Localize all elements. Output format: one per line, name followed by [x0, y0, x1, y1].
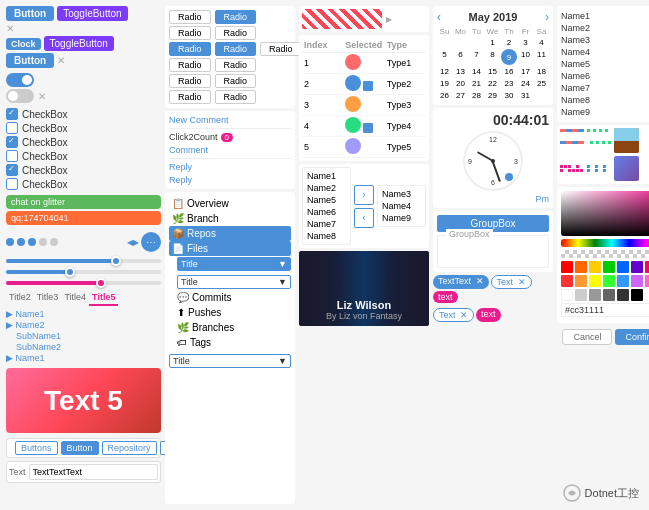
toolbar-btn-button[interactable]: Button: [61, 441, 99, 455]
tab-title2[interactable]: Title3: [34, 290, 62, 306]
cal-day-24[interactable]: 24: [518, 78, 533, 89]
tab-title1[interactable]: Title2: [6, 290, 34, 306]
swatch-orange[interactable]: [575, 261, 587, 273]
cal-day-8[interactable]: 8: [485, 49, 500, 65]
cal-day-26[interactable]: 26: [437, 90, 452, 101]
tag-text-outline[interactable]: Text ✕: [491, 275, 532, 289]
nav-tags[interactable]: 🏷 Tags: [169, 335, 291, 350]
cal-day-17[interactable]: 17: [518, 66, 533, 77]
swatch-purple2[interactable]: [631, 275, 643, 287]
toolbar-btn-buttons[interactable]: Buttons: [15, 441, 58, 455]
transfer-item-name7[interactable]: Name7: [305, 218, 348, 230]
new-comment-link[interactable]: New Comment: [169, 115, 291, 125]
swatch-white[interactable]: [561, 289, 573, 301]
cal-day-22[interactable]: 22: [485, 78, 500, 89]
swatch-gray2[interactable]: [589, 289, 601, 301]
dropdown-2[interactable]: Title ▼: [177, 275, 291, 289]
cal-day-5[interactable]: 5: [437, 49, 452, 65]
dot-4[interactable]: [39, 238, 47, 246]
radio-btn-2b[interactable]: Radio: [215, 26, 257, 40]
checkbox-1[interactable]: [6, 108, 18, 120]
cal-day-25[interactable]: 25: [534, 78, 549, 89]
cal-day-6[interactable]: 6: [453, 49, 468, 65]
checkbox-6[interactable]: [6, 178, 18, 190]
transfer-right-btn[interactable]: ›: [354, 185, 374, 205]
cal-day-10[interactable]: 10: [518, 49, 533, 65]
cal-day-14[interactable]: 14: [469, 66, 484, 77]
radio-btn-5b[interactable]: Radio: [215, 74, 257, 88]
transfer-item-name6[interactable]: Name6: [305, 206, 348, 218]
tag-texttext-close[interactable]: ✕: [476, 276, 484, 286]
transfer-item-name4[interactable]: Name4: [380, 200, 423, 212]
cal-day-23[interactable]: 23: [501, 78, 517, 89]
nav-branches[interactable]: 🌿 Branches: [169, 320, 291, 335]
swatch-green[interactable]: [603, 261, 615, 273]
tag-text2-close[interactable]: ✕: [460, 310, 468, 320]
cal-day-18[interactable]: 18: [534, 66, 549, 77]
name-item-3[interactable]: ▶ Name1: [6, 353, 161, 363]
radio-btn-6a[interactable]: Radio: [169, 90, 211, 104]
swatch-pink[interactable]: [645, 261, 649, 273]
cancel-button[interactable]: Cancel: [562, 329, 612, 345]
subname-item-2[interactable]: SubName2: [6, 342, 161, 352]
color-hue-slider[interactable]: [561, 239, 649, 247]
slider-3[interactable]: [6, 281, 161, 285]
radio-btn-3b[interactable]: Radio: [215, 42, 257, 56]
radio-btn-2a[interactable]: Radio: [169, 26, 211, 40]
button-primary[interactable]: Button: [6, 6, 54, 21]
swatch-gray3[interactable]: [603, 289, 615, 301]
radio-btn-4b[interactable]: Radio: [215, 58, 257, 72]
cal-day-19[interactable]: 19: [437, 78, 452, 89]
transfer-item-name3[interactable]: Name3: [380, 188, 423, 200]
cal-day-2[interactable]: 2: [501, 37, 517, 48]
slider-1[interactable]: [6, 259, 161, 263]
dot-3[interactable]: [28, 238, 36, 246]
confirm-button[interactable]: Confirm: [615, 329, 649, 345]
dot-1[interactable]: [6, 238, 14, 246]
swatch-purple[interactable]: [631, 261, 643, 273]
tag-text-2[interactable]: Text ✕: [433, 308, 474, 322]
radio-btn-3a[interactable]: Radio: [169, 42, 211, 56]
tab-title5-active[interactable]: Title5: [89, 290, 118, 306]
calendar-prev-btn[interactable]: ‹: [437, 10, 441, 24]
toggle-button-1[interactable]: ToggleButton: [57, 6, 127, 21]
color-gradient[interactable]: [561, 191, 649, 236]
radio-btn-3c[interactable]: Radio: [260, 42, 302, 56]
checkbox-5[interactable]: [6, 164, 18, 176]
cal-day-21[interactable]: 21: [469, 78, 484, 89]
swatch-pink2[interactable]: [645, 275, 649, 287]
tag-texttext[interactable]: TextText ✕: [433, 275, 489, 289]
toggle-switch-off[interactable]: [6, 89, 34, 103]
button-2[interactable]: Button: [6, 53, 54, 68]
color-hex-display[interactable]: #cc31111: [561, 303, 649, 317]
transfer-item-name5[interactable]: Name5: [305, 194, 348, 206]
toggle-button-2[interactable]: ToggleButton: [44, 36, 114, 51]
table-row[interactable]: 1 Type1: [302, 53, 426, 74]
swatch-red2[interactable]: [561, 275, 573, 287]
swatch-red[interactable]: [561, 261, 573, 273]
tag-text-close[interactable]: ✕: [518, 277, 526, 287]
transfer-item-name9[interactable]: Name9: [380, 212, 423, 224]
calendar-next-btn[interactable]: ›: [545, 10, 549, 24]
nav-pushes[interactable]: ⬆ Pushes: [169, 305, 291, 320]
tag-text-pink[interactable]: text: [433, 291, 458, 303]
dropdown-1[interactable]: Title ▼: [177, 257, 291, 271]
transfer-left-btn[interactable]: ‹: [354, 208, 374, 228]
tag-text2-pink[interactable]: text: [476, 308, 501, 322]
comment-label[interactable]: Comment: [169, 145, 291, 155]
swatch-blue2[interactable]: [617, 275, 629, 287]
table-row[interactable]: 3 Type3: [302, 95, 426, 116]
text-input[interactable]: [29, 464, 158, 480]
radio-btn-5a[interactable]: Radio: [169, 74, 211, 88]
slider-2[interactable]: [6, 270, 161, 274]
cal-day-7[interactable]: 7: [469, 49, 484, 65]
cal-day-13[interactable]: 13: [453, 66, 468, 77]
cal-day-15[interactable]: 15: [485, 66, 500, 77]
subname-item-1[interactable]: SubName1: [6, 331, 161, 341]
radio-btn-6b[interactable]: Radio: [215, 90, 257, 104]
swatch-gray1[interactable]: [575, 289, 587, 301]
swatch-gray4[interactable]: [617, 289, 629, 301]
transfer-item-name2[interactable]: Name2: [305, 182, 348, 194]
reply-link-2[interactable]: Reply: [169, 175, 291, 185]
cal-day-12[interactable]: 12: [437, 66, 452, 77]
